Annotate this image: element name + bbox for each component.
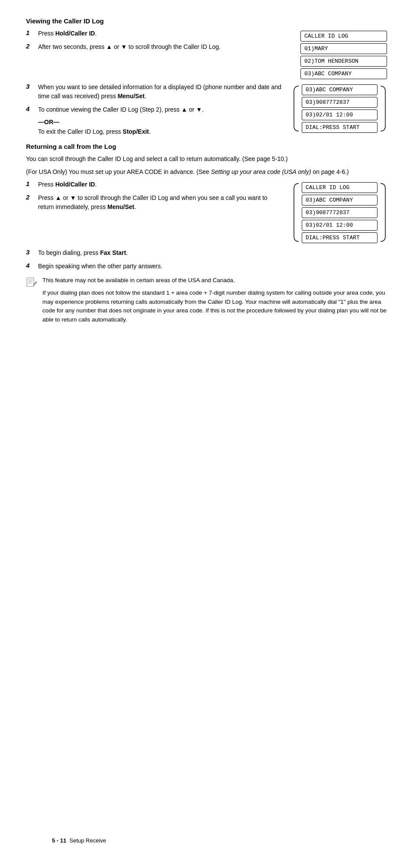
display-group-3-wrapper: CALLER ID LOG 03)ABC COMPANY 03)90877728… <box>292 180 387 245</box>
footer-text: Setup Receive <box>69 837 106 844</box>
step-1-1: 1 Press Hold/Caller ID. <box>26 29 292 38</box>
lcd-line-2-2: 03)9087772837 <box>302 97 378 108</box>
note-text-block: This feature may not be available in cer… <box>42 276 387 325</box>
lcd-line-2-3: 03)02/01 12:00 <box>302 109 378 120</box>
lcd-line-3-5: DIAL:PRESS START <box>302 232 378 243</box>
step-1-4: 4 To continue viewing the Caller ID Log … <box>26 105 284 114</box>
left-bracket2-icon <box>292 180 300 245</box>
lcd-line-1-3: 02)TOM HENDERSON <box>300 56 387 67</box>
step2-content-3: To begin dialing, press Fax Start. <box>38 248 387 257</box>
step-content-3: When you want to see detailed informatio… <box>38 83 284 101</box>
step2-number-4: 4 <box>26 262 38 269</box>
step-content-4: To continue viewing the Caller ID Log (S… <box>38 105 284 114</box>
right-bracket2-icon <box>379 180 387 245</box>
lcd-line-3-4: 03)02/01 12:00 <box>302 220 378 231</box>
lcd-line-1-4: 03)ABC COMPANY <box>300 68 387 79</box>
lcd-line-2-1: 03)ABC COMPANY <box>302 84 378 95</box>
note-icon <box>26 276 38 288</box>
note-block: This feature may not be available in cer… <box>26 276 387 325</box>
left-bracket-icon <box>292 83 300 135</box>
lcd-line-2-4: DIAL:PRESS START <box>302 122 378 133</box>
note-pencil-icon <box>26 276 40 289</box>
exit-text: To exit the Caller ID Log, press Stop/Ex… <box>38 128 284 135</box>
step-2-1: 1 Press Hold/Caller ID. <box>26 180 284 189</box>
display-group-2: 03)ABC COMPANY 03)9087772837 03)02/01 12… <box>302 84 378 133</box>
display-group-2-wrapper: 03)ABC COMPANY 03)9087772837 03)02/01 12… <box>292 83 387 135</box>
step-number-2: 2 <box>26 42 38 50</box>
display-group-3: CALLER ID LOG 03)ABC COMPANY 03)90877728… <box>302 182 378 243</box>
lcd-line-1-1: CALLER ID LOG <box>300 31 387 42</box>
step-content-2: After two seconds, press ▲ or ▼ to scrol… <box>38 42 292 51</box>
step-number-3: 3 <box>26 83 38 90</box>
right-bracket-icon <box>379 83 387 135</box>
step-1-3: 3 When you want to see detailed informat… <box>26 83 284 101</box>
lcd-line-3-3: 03)9087772837 <box>302 207 378 218</box>
step-number-1: 1 <box>26 29 38 36</box>
footer: 5 - 11 Setup Receive <box>52 837 106 844</box>
step-2-2: 2 Press ▲ or ▼ to scroll through the Cal… <box>26 193 284 212</box>
step-content-1: Press Hold/Caller ID. <box>38 29 292 38</box>
step-2-4: 4 Begin speaking when the other party an… <box>26 262 387 271</box>
step2-content-4: Begin speaking when the other party answ… <box>38 262 387 271</box>
note-text-1: This feature may not be available in cer… <box>42 276 387 285</box>
section1-title: Viewing the Caller ID Log <box>26 17 387 25</box>
step-1-2: 2 After two seconds, press ▲ or ▼ to scr… <box>26 42 292 51</box>
lcd-line-1-2: 01)MARY <box>300 43 387 54</box>
section2-para2: (For USA Only) You must set up your AREA… <box>26 167 387 177</box>
lcd-line-3-2: 03)ABC COMPANY <box>302 195 378 206</box>
footer-page: 5 - 11 <box>52 837 66 844</box>
section2-para1: You can scroll through the Caller ID Log… <box>26 154 387 164</box>
step2-number-1: 1 <box>26 180 38 187</box>
or-divider: —OR— <box>38 119 284 125</box>
note-text-2: If your dialing plan does not follow the… <box>42 289 387 325</box>
section2-title: Returning a call from the Log <box>26 143 387 150</box>
step2-number-2: 2 <box>26 193 38 201</box>
display-group-1: CALLER ID LOG 01)MARY 02)TOM HENDERSON 0… <box>300 31 387 79</box>
step2-content-1: Press Hold/Caller ID. <box>38 180 284 189</box>
lcd-line-3-1: CALLER ID LOG <box>302 182 378 193</box>
step2-number-3: 3 <box>26 248 38 256</box>
svg-rect-0 <box>27 278 34 286</box>
step-2-3: 3 To begin dialing, press Fax Start. <box>26 248 387 257</box>
step-number-4: 4 <box>26 105 38 113</box>
step2-content-2: Press ▲ or ▼ to scroll through the Calle… <box>38 193 284 212</box>
